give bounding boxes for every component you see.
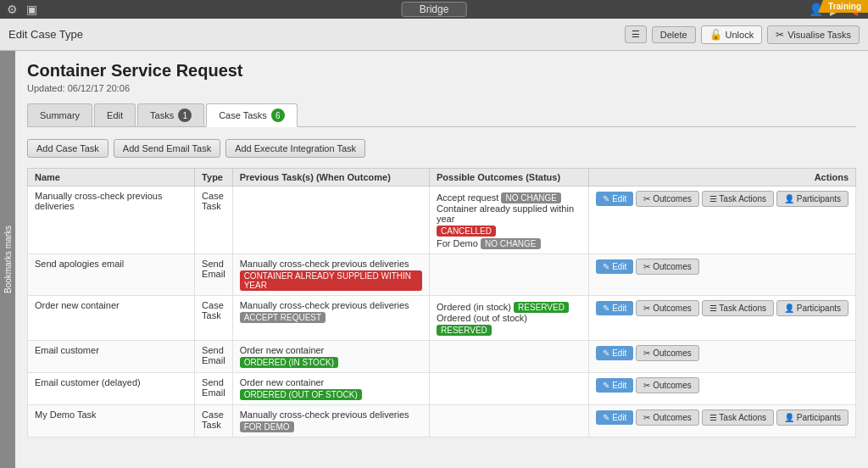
outcomes-button[interactable]: ✂ Outcomes xyxy=(636,300,698,316)
cell-outcomes: Ordered (in stock) RESERVEDOrdered (out … xyxy=(429,296,588,341)
cell-actions: ✎ Edit✂ Outcomes xyxy=(589,341,856,373)
tasks-badge: 1 xyxy=(178,109,192,122)
cell-outcomes xyxy=(429,254,588,296)
cell-type: Case Task xyxy=(195,187,233,254)
table-row: Send apologies emailSend EmailManually c… xyxy=(28,254,856,296)
top-bar-left: ⚙ ▣ xyxy=(7,3,37,16)
cell-name: My Demo Task xyxy=(28,405,195,437)
outcome-tag: RESERVED xyxy=(514,302,569,313)
col-actions: Actions xyxy=(589,169,856,187)
outcome-tag: NO CHANGE xyxy=(501,192,561,203)
col-type: Type xyxy=(195,169,233,187)
case-tasks-badge: 6 xyxy=(271,109,285,122)
cell-name: Send apologies email xyxy=(28,254,195,296)
action-bar-buttons: ☰ Delete 🔓 Unlock ✂ Visualise Tasks xyxy=(625,25,860,44)
tab-summary[interactable]: Summary xyxy=(27,103,92,126)
table-row: Email customerSend EmailOrder new contai… xyxy=(28,341,856,373)
outcomes-button[interactable]: ✂ Outcomes xyxy=(636,191,698,207)
tab-edit[interactable]: Edit xyxy=(94,103,136,126)
edit-button[interactable]: ✎ Edit xyxy=(596,346,633,360)
outcomes-button[interactable]: ✂ Outcomes xyxy=(636,345,698,361)
top-bar-right: 👤 ▶ 🔖 Training xyxy=(809,2,861,18)
outcome-tag: CONTAINER ALREADY SUPPLIED WITHIN YEAR xyxy=(240,270,422,291)
edit-button[interactable]: ✎ Edit xyxy=(596,259,633,274)
col-previous: Previous Task(s) (When Outcome) xyxy=(232,169,429,187)
lock-icon: 🔓 xyxy=(709,29,722,41)
page-content: Container Service Request Updated: 06/12… xyxy=(15,51,868,468)
visualise-button[interactable]: ✂ Visualise Tasks xyxy=(767,25,860,44)
participants-button[interactable]: 👤 Participants xyxy=(776,300,849,316)
task-actions-button[interactable]: ☰ Task Actions xyxy=(702,410,774,426)
list-button[interactable]: ☰ xyxy=(625,25,647,43)
list-icon: ☰ xyxy=(632,29,640,40)
outcome-tag: ORDERED (IN STOCK) xyxy=(240,357,339,368)
add-send-email-button[interactable]: Add Send Email Task xyxy=(114,139,220,158)
cell-outcomes xyxy=(429,405,588,437)
cell-previous xyxy=(232,187,429,254)
action-bar: Edit Case Type ☰ Delete 🔓 Unlock ✂ Visua… xyxy=(0,19,868,51)
settings-icon[interactable]: ⚙ xyxy=(7,3,18,16)
outcome-tag: ACCEPT REQUEST xyxy=(240,312,326,323)
table-row: Order new containerCase TaskManually cro… xyxy=(28,296,856,341)
cell-previous: Order new containerORDERED (IN STOCK) xyxy=(232,341,429,373)
tasks-table: Name Type Previous Task(s) (When Outcome… xyxy=(27,168,856,437)
cell-type: Case Task xyxy=(195,296,233,341)
outcomes-button[interactable]: ✂ Outcomes xyxy=(636,377,698,393)
cell-actions: ✎ Edit✂ Outcomes☰ Task Actions👤 Particip… xyxy=(589,296,856,341)
case-updated: Updated: 06/12/17 20:06 xyxy=(27,83,856,93)
task-actions-button[interactable]: ☰ Task Actions xyxy=(702,300,774,316)
cell-type: Send Email xyxy=(195,254,233,296)
cell-actions: ✎ Edit✂ Outcomes☰ Task Actions👤 Particip… xyxy=(589,405,856,437)
outcome-tag: RESERVED xyxy=(437,325,492,336)
tab-tasks[interactable]: Tasks 1 xyxy=(137,103,204,126)
outcomes-button[interactable]: ✂ Outcomes xyxy=(636,259,698,275)
cell-type: Send Email xyxy=(195,373,233,405)
case-title: Container Service Request xyxy=(27,61,856,81)
cell-outcomes xyxy=(429,373,588,405)
edit-button[interactable]: ✎ Edit xyxy=(596,378,633,393)
outcome-tag: CANCELLED xyxy=(437,226,496,237)
cell-actions: ✎ Edit✂ Outcomes xyxy=(589,254,856,296)
cell-name: Email customer (delayed) xyxy=(28,373,195,405)
edit-button[interactable]: ✎ Edit xyxy=(596,192,633,206)
training-ribbon: Training xyxy=(818,0,868,13)
cell-name: Email customer xyxy=(28,341,195,373)
add-case-task-button[interactable]: Add Case Task xyxy=(27,139,108,158)
cell-previous: Order new containerORDERED (OUT OF STOCK… xyxy=(232,373,429,405)
cell-previous: Manually cross-check previous deliveries… xyxy=(232,405,429,437)
cell-outcomes: Accept request NO CHANGEContainer alread… xyxy=(429,187,588,254)
cell-type: Send Email xyxy=(195,341,233,373)
edit-button[interactable]: ✎ Edit xyxy=(596,301,633,315)
outcome-tag: ORDERED (OUT OF STOCK) xyxy=(240,389,362,400)
cell-name: Order new container xyxy=(28,296,195,341)
page-title: Edit Case Type xyxy=(8,28,83,41)
col-outcomes: Possible Outcomes (Status) xyxy=(429,169,588,187)
scissors-icon: ✂ xyxy=(776,29,784,41)
cell-previous: Manually cross-check previous deliveries… xyxy=(232,254,429,296)
tabs: Summary Edit Tasks 1 Case Tasks 6 xyxy=(27,103,856,127)
outcome-tag: NO CHANGE xyxy=(481,238,541,249)
action-buttons: Add Case Task Add Send Email Task Add Ex… xyxy=(27,139,856,158)
tab-case-tasks[interactable]: Case Tasks 6 xyxy=(206,103,298,127)
monitor-icon[interactable]: ▣ xyxy=(26,3,37,16)
task-actions-button[interactable]: ☰ Task Actions xyxy=(702,191,774,207)
edit-button[interactable]: ✎ Edit xyxy=(596,410,633,425)
participants-button[interactable]: 👤 Participants xyxy=(776,410,849,426)
outcomes-button[interactable]: ✂ Outcomes xyxy=(636,410,698,426)
col-name: Name xyxy=(28,169,195,187)
top-bar: ⚙ ▣ Bridge 👤 ▶ 🔖 Training xyxy=(0,0,868,19)
cell-type: Case Task xyxy=(195,405,233,437)
table-row: My Demo TaskCase TaskManually cross-chec… xyxy=(28,405,856,437)
cell-actions: ✎ Edit✂ Outcomes xyxy=(589,373,856,405)
delete-button[interactable]: Delete xyxy=(652,26,696,43)
bookmarks-sidebar[interactable]: Bookmarks marks xyxy=(0,51,15,468)
table-row: Manually cross-check previous deliveries… xyxy=(28,187,856,254)
participants-button[interactable]: 👤 Participants xyxy=(776,191,849,207)
outcome-tag: FOR DEMO xyxy=(240,421,294,432)
main-content: Bookmarks marks Container Service Reques… xyxy=(0,51,868,468)
unlock-button[interactable]: 🔓 Unlock xyxy=(701,25,763,44)
cell-actions: ✎ Edit✂ Outcomes☰ Task Actions👤 Particip… xyxy=(589,187,856,254)
table-row: Email customer (delayed)Send EmailOrder … xyxy=(28,373,856,405)
cell-previous: Manually cross-check previous deliveries… xyxy=(232,296,429,341)
add-execute-button[interactable]: Add Execute Integration Task xyxy=(225,139,365,158)
